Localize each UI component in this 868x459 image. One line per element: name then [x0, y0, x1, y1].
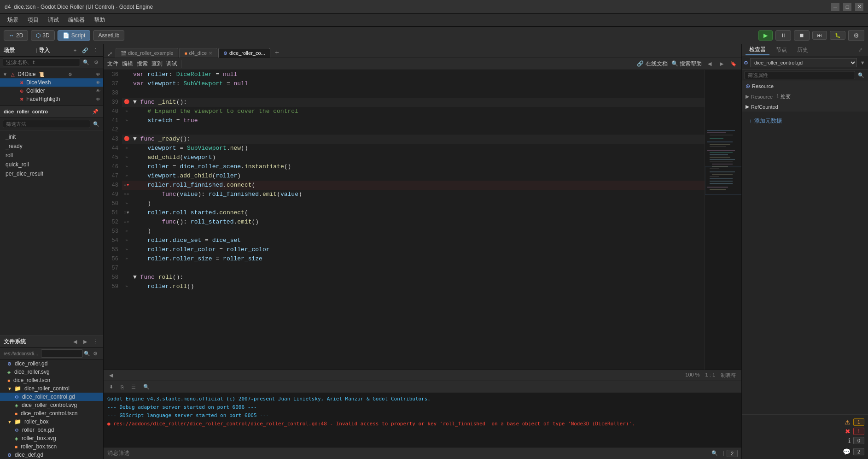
fs-item-dice-roller-control-svg[interactable]: ◈ dice_roller_control.svg — [0, 401, 103, 409]
script-menu-edit[interactable]: 编辑 — [122, 60, 133, 68]
methods-search-button[interactable]: 🔍 — [92, 120, 100, 128]
tab-scene-example[interactable]: 🎬 dice_roller_example — [116, 48, 178, 58]
method-roll[interactable]: roll — [0, 151, 103, 160]
fs-item-roller-box-tscn[interactable]: ■ roller_box.tscn — [0, 442, 103, 451]
pause-button[interactable]: ⏸ — [775, 30, 791, 41]
output-search-button[interactable]: 🔍 — [141, 383, 151, 391]
tree-item-d4dice[interactable]: ▼ △ D4Dice 📜 ⚙ 👁 — [0, 70, 103, 78]
settings-button[interactable]: ⚙ — [848, 30, 864, 41]
mode-3d-button[interactable]: ⬡ 3D — [31, 30, 54, 41]
menu-help[interactable]: 帮助 — [90, 15, 109, 25]
add-meta-button[interactable]: + 添加元数据 — [746, 115, 786, 127]
scene-link-button[interactable]: 🔗 — [81, 46, 89, 54]
script-menu-file[interactable]: 文件 — [107, 60, 118, 68]
script-selector-more[interactable]: ▼ — [859, 59, 866, 67]
section-resource-count-header[interactable]: ▶ Resource 1 处变 — [742, 91, 868, 102]
output-copy[interactable]: ⎘ — [119, 383, 126, 391]
tree-item-dicemesh[interactable]: ▶ ✖ DiceMesh 👁 — [0, 78, 103, 87]
menu-scene[interactable]: 场景 — [4, 15, 22, 25]
fs-item-roller-box-svg[interactable]: ◈ roller_box.svg — [0, 434, 103, 442]
methods-filter-input[interactable] — [3, 120, 90, 128]
fs-file-label: dice_roller.gd — [15, 360, 47, 367]
mode-2d-button[interactable]: ↔ 2D — [4, 30, 28, 41]
mode-script-button[interactable]: 📄 Script — [58, 30, 91, 41]
method-list: _init _ready roll quick_roll per_dice_re… — [0, 130, 103, 180]
tab-nodes[interactable]: 节点 — [772, 45, 791, 55]
cursor-position: 1 : 1 — [705, 372, 715, 379]
tab-script[interactable]: ⚙ dice_roller_co... — [218, 48, 270, 58]
code-line-39: 39 🔴 ▼ func _init(): — [104, 98, 705, 107]
output-filter-button[interactable]: ☰ — [129, 383, 138, 391]
stop-button[interactable]: ⏹ — [794, 30, 810, 41]
fs-item-dice-roller-control-gd[interactable]: ⚙ dice_roller_control.gd — [0, 393, 103, 401]
next-script-button[interactable]: ▶ — [717, 60, 726, 68]
method-quick-roll[interactable]: quick_roll — [0, 160, 103, 169]
fs-item-dice-roller-tscn[interactable]: ■ dice_roller.tscn — [0, 376, 103, 384]
msg-search-button[interactable]: 🔍 — [710, 449, 720, 457]
scene-filter-input[interactable] — [3, 58, 80, 66]
fs-left-button[interactable]: ◀ — [71, 337, 79, 346]
minimize-button[interactable]: ─ — [831, 3, 839, 11]
tscn-icon-3: ■ — [15, 444, 17, 449]
tab-d4dice[interactable]: ■ d4_dice ✕ — [179, 48, 217, 58]
scene-filter-search-button[interactable]: 🔍 — [82, 58, 90, 66]
method-init[interactable]: _init — [0, 132, 103, 141]
menu-debug[interactable]: 调试 — [44, 15, 63, 25]
fs-item-dice-roller-control-tscn[interactable]: ■ dice_roller_control.tscn — [0, 409, 103, 418]
fs-item-roller-box-gd[interactable]: ⚙ roller_box.gd — [0, 426, 103, 434]
fs-right-button[interactable]: ▶ — [81, 337, 89, 346]
fs-item-dice-roller-gd[interactable]: ⚙ dice_roller.gd — [0, 359, 103, 368]
scene-add-button[interactable]: + — [71, 46, 79, 54]
encoding-label: 制表符 — [721, 372, 736, 379]
new-tab-button[interactable]: + — [271, 47, 283, 58]
play-button[interactable]: ▶ — [758, 30, 773, 41]
code-line-41: 41 » stretch = true — [104, 116, 705, 125]
collapse-panel-button[interactable]: ◀ — [109, 372, 113, 378]
fs-item-dice-roller-control-folder[interactable]: ▼ 📁 dice_roller_control — [0, 384, 103, 393]
fs-item-roller-box-folder[interactable]: ▼ 📁 roller_box — [0, 418, 103, 426]
debug-button[interactable]: 🐛 — [830, 31, 845, 40]
close-button[interactable]: ✕ — [855, 3, 863, 11]
inspector-expand-button[interactable]: ⤢ — [856, 46, 864, 54]
method-per-dice-result[interactable]: per_dice_result — [0, 169, 103, 178]
tab-inspector[interactable]: 检查器 — [746, 45, 769, 55]
script-menu-search[interactable]: 搜索 — [137, 60, 148, 68]
scene-more-button[interactable]: ⋮ — [91, 46, 99, 54]
script-menu-debug[interactable]: 调试 — [166, 60, 177, 68]
dicemesh-arrow: ▶ — [12, 80, 17, 85]
tab-history[interactable]: 历史 — [793, 45, 812, 55]
fs-file-label: dice_roller.tscn — [13, 377, 50, 383]
tabs-expand-icon[interactable]: ⤢ — [105, 50, 115, 58]
mode-assetlib-button[interactable]: AssetLib — [93, 30, 124, 41]
property-filter-input[interactable] — [745, 71, 855, 79]
tab-d4-close[interactable]: ✕ — [209, 51, 212, 56]
maximize-button[interactable]: □ — [843, 3, 851, 11]
tree-item-facehighligth[interactable]: ▶ ✖ FaceHighligth 👁 — [0, 95, 103, 103]
scene-filter-options-button[interactable]: ⚙ — [92, 58, 100, 66]
section-refcounted-header[interactable]: ▶ RefCounted — [742, 102, 868, 112]
fs-item-dice-roller-svg[interactable]: ◈ dice_roller.svg — [0, 368, 103, 376]
code-editor[interactable]: 36 var roller: DiceRoller = null 37 var … — [104, 70, 705, 370]
section-resource-header[interactable]: ⊛ Resource — [742, 81, 868, 91]
filesystem-path: res://addons/dice_roller/dic — [4, 351, 39, 356]
property-search-button[interactable]: 🔍 — [857, 71, 865, 79]
output-scroll-bottom[interactable]: ⬇ — [107, 383, 115, 391]
fs-more-button[interactable]: ⋮ — [91, 337, 99, 346]
script-file-selector[interactable]: dice_roller_control.gd — [750, 58, 857, 67]
tree-item-collider[interactable]: ▶ ⊕ Collider 👁 — [0, 87, 103, 95]
step-button[interactable]: ⏭ — [812, 31, 827, 40]
prev-script-button[interactable]: ◀ — [705, 60, 714, 68]
method-ready[interactable]: _ready — [0, 141, 103, 151]
fs-item-dice-def-gd[interactable]: ⚙ dice_def.gd — [0, 451, 103, 459]
fs-options-button[interactable]: ⚙ — [91, 349, 99, 358]
menu-project[interactable]: 项目 — [24, 15, 42, 25]
online-docs-button[interactable]: 🔗 在线文档 — [637, 60, 667, 68]
fs-search-button[interactable]: 🔍 — [83, 349, 91, 358]
script-methods-pin-button[interactable]: 📌 — [91, 107, 99, 116]
script-menu-goto[interactable]: 查到 — [151, 60, 163, 68]
menu-editor[interactable]: 编辑器 — [64, 15, 88, 25]
gd-icon-1: ⚙ — [7, 361, 12, 366]
search-help-button[interactable]: 🔍 搜索帮助 — [671, 60, 702, 68]
filesystem-filter-input[interactable] — [41, 349, 83, 358]
bookmarks-button[interactable]: 🔖 — [729, 60, 738, 68]
